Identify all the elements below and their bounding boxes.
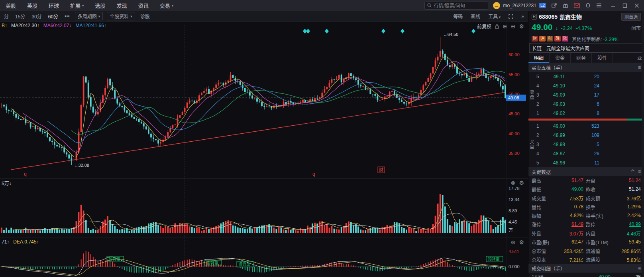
remove-watchlist-button[interactable]: 删自选 [621,13,641,21]
menu-item-交易[interactable]: 交易▾ [154,0,179,11]
svg-text:顶背离: 顶背离 [206,261,218,265]
minimize-button[interactable] [611,3,615,8]
key-label: 最高 [532,177,557,184]
menu-item-美股[interactable]: 美股 [0,0,22,11]
quote-price: 49.09 [544,92,575,98]
close-pane-icon[interactable]: ⊗ [511,239,516,245]
buy-row[interactable]: 348.985 [535,140,644,149]
tool-工具[interactable]: 工具 ▾ [485,13,504,20]
chevron-down-icon: ▾ [172,4,174,8]
period-分[interactable]: 分 [1,13,12,20]
macd-settings-icon[interactable]: ⚙ [519,239,524,245]
key-label: 内盘 [586,230,618,237]
tab-股性[interactable]: 股性 [592,53,613,63]
period-15分[interactable]: 15分 [12,13,28,20]
tool-画线[interactable]: 画线 [467,13,483,20]
mail-icon[interactable] [574,3,580,8]
panel-scrollbar[interactable] [642,11,644,277]
key-value[interactable]: 40.99 [618,222,641,227]
key-value: 3.07万 [557,230,586,237]
zoom-out-icon[interactable]: ⊖ [511,23,516,30]
sell-row[interactable]: 149.028 [535,109,644,118]
settings-gear-icon[interactable]: ⚙ [519,23,524,30]
collapse-panel-icon[interactable]: » [518,14,527,19]
buy-row[interactable]: 548.9611 [535,158,644,167]
sell-row[interactable]: 549.1120 [535,72,644,81]
volume-settings-icon[interactable]: ⚙ [519,180,524,186]
kline-chart[interactable]: ←64.50←32.08qq财顶背离顶背离顶背离顶背离60.0055.0050.… [0,22,528,277]
lock-icon[interactable] [495,24,499,29]
quote-price: 48.99 [544,133,575,138]
key-label: 换手 [586,204,618,210]
popout-icon[interactable] [552,3,557,8]
trades-section-title: 成交明细（手） ≡ [528,264,644,273]
svg-text:55.00: 55.00 [509,72,520,77]
trades-menu-icon[interactable]: ≡ [638,265,641,271]
menu-label: 扩展 [70,2,80,9]
stock-detail-panel: R 688065 凯赛生物 删自选 49.00 ↓ -2.24 -4.37% 闭… [528,11,644,277]
tab-明细[interactable]: 明细 [528,53,550,63]
tab-资金[interactable]: 资金 [550,53,571,63]
menu-icon[interactable] [596,3,602,8]
fullscreen-icon[interactable] [505,14,516,19]
period-30分[interactable]: 30分 [28,13,45,20]
maximize-button[interactable] [622,3,627,8]
stock-badges: 财沪科融陆 其他化学制品: -3.39% [528,34,644,43]
orderbook-menu-icon[interactable]: ≡ [638,65,641,70]
tab-财务[interactable]: 财务 [571,53,592,63]
menu-item-扩展[interactable]: 扩展▾ [65,0,90,11]
menu-item-选股[interactable]: 选股 [90,0,111,11]
avatar[interactable] [493,2,500,9]
dropdown-多周期图[interactable]: 多周期图▾ [75,12,103,20]
dropdown-个股资料[interactable]: 个股资料▾ [107,12,135,20]
quote-volume: 109 [575,133,599,138]
key-label: 市盈(静) [532,239,557,245]
buy-row[interactable]: 149.00523 [535,121,644,131]
svg-text:0.000: 0.000 [509,264,520,269]
menu-item-环球[interactable]: 环球 [43,0,65,11]
svg-text:40.00: 40.00 [509,131,520,136]
dropdown-label: 多周期图 [78,13,97,20]
tool-筹码[interactable]: 筹码 [450,13,466,20]
bell-icon[interactable] [585,3,591,8]
more-periods-button[interactable]: ••• [61,14,73,19]
ma-label: B↑ [2,23,7,28]
period-60分[interactable]: 60分 [45,13,61,20]
collapse-icon[interactable] [631,169,635,174]
diagnose-button[interactable]: 诊股 [137,13,153,20]
gift-icon[interactable] [563,3,568,8]
menu-item-英股[interactable]: 英股 [22,0,43,11]
stock-badge-沪: 沪 [539,36,546,42]
buy-row[interactable]: 448.9726 [535,149,644,158]
close-button[interactable] [634,3,639,8]
buy-row[interactable]: 248.99109 [535,131,644,140]
adjust-mode-button[interactable]: 前复权 [477,23,491,30]
stock-badge-财: 财 [532,36,538,42]
menu-item-资讯[interactable]: 资讯 [133,0,154,11]
sell-row[interactable]: 449.1024 [535,81,644,90]
keydata-menu-icon[interactable]: ≡ [638,169,641,174]
quote-volume: 20 [575,74,599,79]
quote-volume: 24 [575,83,599,89]
zoom-in-icon[interactable]: ⊕ [503,23,507,30]
close-pane-icon[interactable]: ⊗ [511,180,516,186]
svg-text:35.00: 35.00 [509,151,520,156]
sell-row[interactable]: 249.036 [535,99,644,109]
quote-price: 48.98 [544,142,575,147]
trade-price: 49.00↓ [556,274,613,277]
key-label: 涨停 [532,221,557,228]
trade-row[interactable]: 14:5649.00↓35 [528,273,644,277]
menu-label: 环球 [49,2,59,9]
kline-chart-area[interactable]: ←64.50←32.08qq财顶背离顶背离顶背离顶背离60.0055.0050.… [0,22,528,277]
industry-link[interactable]: 其他化学制品: -3.39% [572,36,618,42]
top-menu-bar: 美股英股环球扩展▾选股发现资讯交易▾ 行情/股票/问句 mo_262212231… [0,0,644,11]
search-input[interactable]: 行情/股票/问句 [424,2,488,10]
key-data-row: 总市值353.43亿流通值285.86亿 [528,246,644,255]
company-slogan: 长链二元酸全球最大供应商 [529,43,643,53]
quote-price: 49.03 [544,101,575,107]
level-number: 1 [535,111,544,116]
key-value[interactable]: 61.49 [557,222,586,227]
menu-item-发现[interactable]: 发现 [111,0,133,11]
sell-row[interactable]: 349.0917 [535,90,644,99]
user-area[interactable]: mo_262212231 L2 [493,2,546,9]
